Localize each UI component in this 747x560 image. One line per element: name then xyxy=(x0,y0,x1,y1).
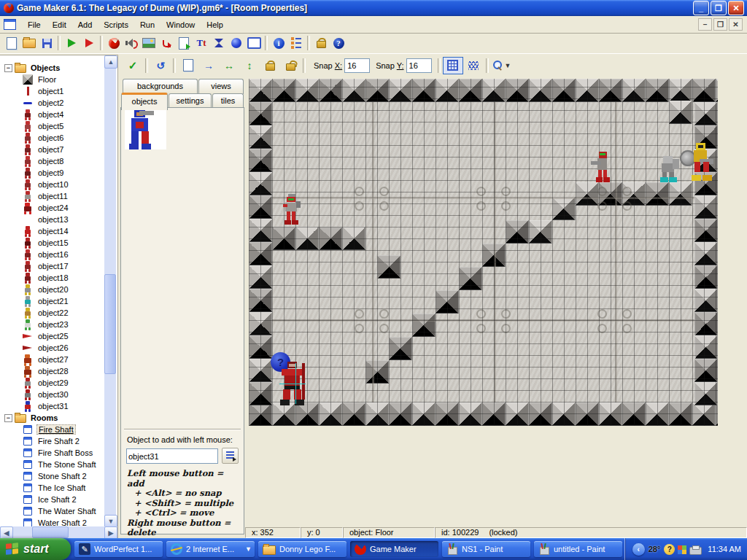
pyramid-block[interactable] xyxy=(716,402,718,426)
tree-item-object24[interactable]: object24 xyxy=(0,202,104,214)
pyramid-block[interactable] xyxy=(576,402,599,426)
tree-item-object21[interactable]: object21 xyxy=(0,295,104,307)
tray-collapse-chevron[interactable]: ‹ xyxy=(632,543,645,556)
pyramid-block[interactable] xyxy=(249,242,272,265)
tree-item-object30[interactable]: object30 xyxy=(0,389,104,400)
menu-item-run[interactable]: Run xyxy=(134,18,160,31)
tree-item-object15[interactable]: object15 xyxy=(0,237,104,249)
sort-horizontal-button[interactable]: ↔ xyxy=(219,57,239,74)
pyramid-block[interactable] xyxy=(412,314,436,337)
pyramid-block[interactable] xyxy=(694,382,718,405)
mdi-restore-button[interactable]: ❐ xyxy=(713,18,727,31)
pyramid-block[interactable] xyxy=(669,101,692,124)
tree-item-object28[interactable]: object28 xyxy=(0,365,104,377)
pyramid-block[interactable] xyxy=(272,227,295,250)
pyramid-block[interactable] xyxy=(529,79,552,102)
start-button[interactable]: start xyxy=(0,538,71,560)
zoom-dropdown-caret[interactable]: ▼ xyxy=(505,62,511,69)
add-timeline-button[interactable] xyxy=(210,35,228,52)
add-sound-button[interactable] xyxy=(123,35,140,52)
task-group-caret[interactable]: ▼ xyxy=(245,545,252,553)
restore-button[interactable]: ❐ xyxy=(711,1,727,15)
pyramid-block[interactable] xyxy=(692,79,716,102)
tree-item-object16[interactable]: object16 xyxy=(0,249,104,260)
menu-item-add[interactable]: Add xyxy=(72,18,98,31)
add-script-button[interactable] xyxy=(175,35,193,52)
tree-item-the-water-shaft[interactable]: The Water Shaft xyxy=(0,505,104,517)
pyramid-block[interactable] xyxy=(506,79,529,102)
taskbar-task-wordperfect-1[interactable]: ✎WordPerfect 1... xyxy=(74,541,163,557)
pyramid-block[interactable] xyxy=(599,79,622,102)
pyramid-block[interactable] xyxy=(249,125,272,149)
pyramid-block[interactable] xyxy=(459,402,482,426)
tab-objects[interactable]: objects xyxy=(121,93,168,110)
pyramid-block[interactable] xyxy=(319,79,342,102)
pyramid-block[interactable] xyxy=(694,265,718,289)
object-name-input[interactable] xyxy=(126,448,218,464)
pyramid-block[interactable] xyxy=(389,79,412,102)
sort-vertical-button[interactable]: ↕ xyxy=(239,57,260,74)
pyramid-block[interactable] xyxy=(249,219,272,242)
pyramid-block[interactable] xyxy=(319,402,342,426)
close-button[interactable]: ✕ xyxy=(728,1,744,15)
tree-item-object17[interactable]: object17 xyxy=(0,260,104,272)
pyramid-block[interactable] xyxy=(365,79,389,102)
tree-item-object20[interactable]: object20 xyxy=(0,284,104,295)
tree-item-object27[interactable]: object27 xyxy=(0,354,104,365)
pyramid-block[interactable] xyxy=(694,195,718,219)
run-debug-button[interactable] xyxy=(80,35,98,52)
tree-item-the-stone-shaft[interactable]: The Stone Shaft xyxy=(0,459,104,470)
tab-views[interactable]: views xyxy=(198,79,244,94)
pyramid-block[interactable] xyxy=(377,255,400,279)
tab-tiles[interactable]: tiles xyxy=(212,93,244,109)
pyramid-block[interactable] xyxy=(482,79,506,102)
add-font-button[interactable]: Tt xyxy=(193,35,210,52)
room-editing-grid[interactable]: ? xyxy=(249,79,718,426)
tree-item-stone-shaft-2[interactable]: Stone Shaft 2 xyxy=(0,470,104,482)
expander-icon[interactable]: − xyxy=(4,414,12,422)
tree-item-object2[interactable]: object2 xyxy=(0,97,104,109)
pyramid-block[interactable] xyxy=(459,267,482,290)
shift-instances-button[interactable]: → xyxy=(198,57,219,74)
new-file-button[interactable] xyxy=(3,35,20,52)
pyramid-block[interactable] xyxy=(436,290,459,314)
pyramid-block[interactable] xyxy=(436,79,459,102)
tree-item-object7[interactable]: object7 xyxy=(0,144,104,155)
clear-room-button[interactable] xyxy=(178,57,198,74)
minimize-button[interactable]: _ xyxy=(693,1,709,15)
pyramid-block[interactable] xyxy=(646,182,669,206)
open-file-button[interactable] xyxy=(20,35,38,52)
taskbar-task-game-maker[interactable]: Game Maker xyxy=(350,541,438,557)
menu-item-edit[interactable]: Edit xyxy=(47,18,72,31)
tree-item-object10[interactable]: object10 xyxy=(0,179,104,190)
toggle-isometric-button[interactable] xyxy=(463,57,484,74)
tree-item-fire-shaft-boss[interactable]: Fire Shaft Boss xyxy=(0,447,104,459)
tree-item-object6[interactable]: object6 xyxy=(0,132,104,144)
weatherbug-icon[interactable]: ? xyxy=(664,544,675,555)
pyramid-block[interactable] xyxy=(482,402,506,426)
pyramid-block[interactable] xyxy=(576,182,599,206)
pyramid-block[interactable] xyxy=(694,312,718,335)
tree-item-object5[interactable]: object5 xyxy=(0,120,104,132)
menu-item-file[interactable]: File xyxy=(22,18,47,31)
tree-item-object23[interactable]: object23 xyxy=(0,319,104,330)
tree-item-object14[interactable]: object14 xyxy=(0,225,104,237)
undo-button[interactable]: ↺ xyxy=(150,57,171,74)
tree-item-object26[interactable]: object26 xyxy=(0,342,104,354)
tree-item-fire-shaft-2[interactable]: Fire Shaft 2 xyxy=(0,435,104,447)
unlock-instances-button[interactable] xyxy=(280,57,301,74)
tree-item-object29[interactable]: object29 xyxy=(0,377,104,389)
pyramid-block[interactable] xyxy=(694,102,718,125)
tree-item-object13[interactable]: object13 xyxy=(0,214,104,225)
pyramid-block[interactable] xyxy=(412,79,436,102)
pyramid-block[interactable] xyxy=(669,182,692,206)
pyramid-block[interactable] xyxy=(249,312,272,335)
pyramid-block[interactable] xyxy=(599,402,622,426)
mdi-minimize-button[interactable]: – xyxy=(698,18,712,31)
pyramid-block[interactable] xyxy=(552,79,576,102)
lock-instances-button[interactable] xyxy=(260,57,280,74)
tree-item-water-shaft-2[interactable]: Water Shaft 2 xyxy=(0,517,104,526)
pyramid-block[interactable] xyxy=(365,402,389,426)
pyramid-block[interactable] xyxy=(506,402,529,426)
tree-item-object18[interactable]: object18 xyxy=(0,272,104,284)
